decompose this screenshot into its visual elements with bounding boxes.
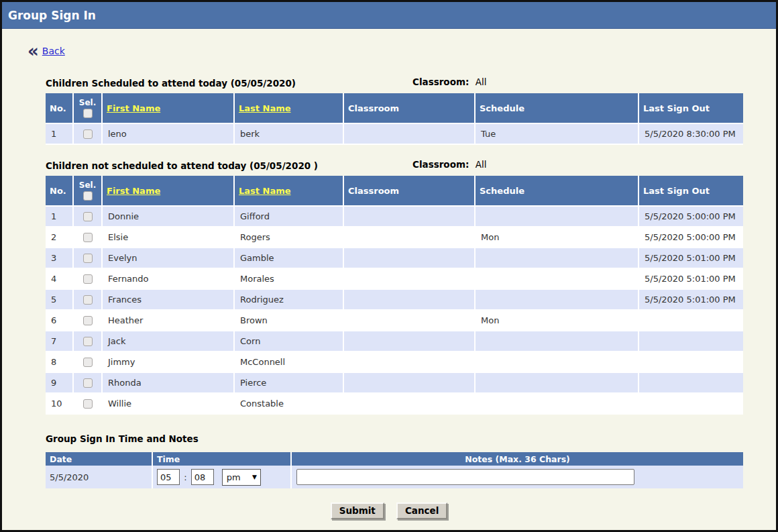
last-name-cell: Morales bbox=[235, 269, 344, 290]
last-name-sort-link[interactable]: Last Name bbox=[239, 103, 291, 113]
table-row: 10 Willie Constable bbox=[46, 394, 743, 415]
row-select-cell bbox=[74, 373, 103, 394]
classroom-cell bbox=[344, 373, 476, 394]
last-name-cell: berk bbox=[235, 124, 344, 145]
time-cell: : pm ▼ bbox=[153, 466, 292, 488]
last-name-cell: Constable bbox=[235, 394, 344, 415]
schedule-cell bbox=[476, 352, 639, 373]
row-select-checkbox[interactable] bbox=[83, 212, 93, 221]
col-first-name: First Name bbox=[103, 176, 235, 207]
notes-input[interactable] bbox=[296, 469, 634, 485]
last-name-cell: Pierce bbox=[235, 373, 344, 394]
col-classroom: Classroom bbox=[344, 176, 476, 207]
table-row: 1 leno berk Tue 5/5/2020 8:30:00 PM bbox=[46, 124, 743, 145]
classroom-cell bbox=[344, 311, 476, 331]
first-name-cell: Evelyn bbox=[103, 248, 235, 269]
row-number: 5 bbox=[46, 290, 74, 311]
last-name-sort-link[interactable]: Last Name bbox=[239, 186, 291, 196]
ampm-select[interactable]: pm bbox=[222, 469, 261, 486]
row-number: 4 bbox=[46, 269, 74, 290]
back-nav: « Back bbox=[27, 42, 776, 60]
last-sign-out-cell: 5/5/2020 8:30:00 PM bbox=[639, 124, 743, 145]
row-select-checkbox[interactable] bbox=[83, 295, 93, 305]
col-time: Time bbox=[153, 452, 292, 466]
last-name-cell: Brown bbox=[235, 311, 344, 331]
row-select-checkbox[interactable] bbox=[83, 399, 93, 409]
table-row: 6 Heather Brown Mon bbox=[46, 311, 743, 331]
last-sign-out-cell: 5/5/2020 5:00:00 PM bbox=[639, 227, 743, 248]
ampm-select-wrap: pm ▼ bbox=[222, 469, 261, 486]
classroom-label: Classroom: bbox=[412, 76, 469, 87]
select-all-checkbox[interactable] bbox=[83, 191, 93, 201]
back-link[interactable]: Back bbox=[42, 46, 65, 56]
row-number: 10 bbox=[46, 394, 74, 415]
row-select-checkbox[interactable] bbox=[83, 316, 93, 325]
col-last-sign-out: Last Sign Out bbox=[639, 176, 743, 207]
page-title: Group Sign In bbox=[2, 2, 776, 29]
row-select-cell bbox=[74, 290, 103, 311]
last-sign-out-cell bbox=[639, 352, 743, 373]
row-select-checkbox[interactable] bbox=[83, 378, 93, 388]
table-header-row: No. Sel. First Name Last Name Classroom … bbox=[46, 176, 743, 207]
col-first-name: First Name bbox=[103, 93, 235, 124]
row-number: 2 bbox=[46, 227, 74, 248]
col-no: No. bbox=[46, 93, 74, 124]
schedule-cell bbox=[476, 269, 639, 290]
row-select-cell bbox=[74, 331, 103, 352]
table-row: 3 Evelyn Gamble 5/5/2020 5:01:00 PM bbox=[46, 248, 743, 269]
classroom-cell bbox=[344, 269, 476, 290]
first-name-sort-link[interactable]: First Name bbox=[107, 103, 160, 113]
last-sign-out-cell: 5/5/2020 5:01:00 PM bbox=[639, 290, 743, 311]
row-select-checkbox[interactable] bbox=[83, 233, 93, 242]
first-name-cell: Rhonda bbox=[103, 373, 235, 394]
minute-input[interactable] bbox=[191, 469, 214, 485]
schedule-cell bbox=[476, 331, 639, 352]
table-row: 4 Fernando Morales 5/5/2020 5:01:00 PM bbox=[46, 269, 743, 290]
classroom-label: Classroom: bbox=[412, 159, 469, 170]
select-all-checkbox[interactable] bbox=[83, 109, 93, 118]
schedule-cell: Tue bbox=[476, 124, 639, 145]
last-sign-out-cell: 5/5/2020 5:01:00 PM bbox=[639, 248, 743, 269]
table-header-row: No. Sel. First Name Last Name Classroom … bbox=[46, 93, 743, 124]
scheduled-section-header: Children Scheduled to attend today (05/0… bbox=[46, 76, 743, 89]
last-name-cell: Gifford bbox=[235, 207, 344, 227]
first-name-cell: Jack bbox=[103, 331, 235, 352]
date-value: 5/5/2020 bbox=[46, 466, 153, 488]
last-name-cell: Rogers bbox=[235, 227, 344, 248]
row-select-cell bbox=[74, 394, 103, 415]
classroom-cell bbox=[344, 331, 476, 352]
row-select-checkbox[interactable] bbox=[83, 254, 93, 263]
hour-input[interactable] bbox=[157, 469, 180, 485]
submit-button[interactable]: Submit bbox=[331, 502, 384, 519]
schedule-cell: Mon bbox=[476, 227, 639, 248]
back-chevrons-icon: « bbox=[27, 44, 38, 58]
last-sign-out-cell bbox=[639, 311, 743, 331]
first-name-cell: Frances bbox=[103, 290, 235, 311]
row-select-checkbox[interactable] bbox=[83, 274, 93, 284]
scheduled-children-table: No. Sel. First Name Last Name Classroom … bbox=[46, 93, 743, 145]
row-number: 1 bbox=[46, 207, 74, 227]
last-sign-out-cell bbox=[639, 331, 743, 352]
first-name-cell: Willie bbox=[103, 394, 235, 415]
cancel-button[interactable]: Cancel bbox=[396, 502, 447, 519]
col-schedule: Schedule bbox=[476, 176, 639, 207]
first-name-cell: Fernando bbox=[103, 269, 235, 290]
col-sel: Sel. bbox=[74, 93, 103, 124]
table-row: 8 Jimmy McConnell bbox=[46, 352, 743, 373]
col-sel: Sel. bbox=[74, 176, 103, 207]
group-sign-in-page: Group Sign In « Back Children Scheduled … bbox=[0, 0, 778, 532]
row-select-checkbox[interactable] bbox=[83, 337, 93, 346]
row-select-checkbox[interactable] bbox=[83, 358, 93, 367]
last-sign-out-cell bbox=[639, 394, 743, 415]
row-select-cell bbox=[74, 248, 103, 269]
table-row: 1 Donnie Gifford 5/5/2020 5:00:00 PM bbox=[46, 207, 743, 227]
row-number: 1 bbox=[46, 124, 74, 145]
time-separator: : bbox=[184, 472, 186, 482]
first-name-cell: Elsie bbox=[103, 227, 235, 248]
first-name-sort-link[interactable]: First Name bbox=[107, 186, 160, 196]
last-sign-out-cell: 5/5/2020 5:00:00 PM bbox=[639, 207, 743, 227]
row-select-checkbox[interactable] bbox=[83, 129, 93, 139]
scheduled-classroom: Classroom: All bbox=[412, 76, 486, 87]
row-number: 3 bbox=[46, 248, 74, 269]
classroom-cell bbox=[344, 352, 476, 373]
